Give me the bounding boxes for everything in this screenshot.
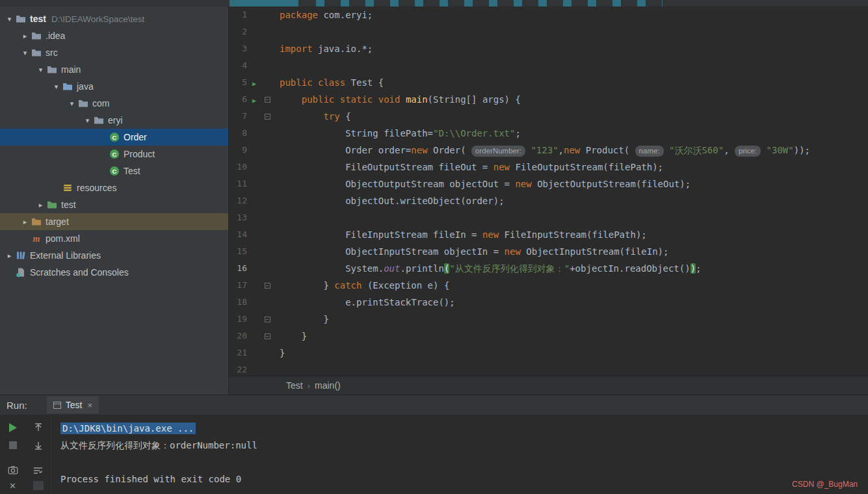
tree-item-scratches-and-consoles[interactable]: Scratches and Consoles [0,264,228,281]
chevron-down-icon[interactable]: ▾ [35,66,46,74]
code-text: public static void main(String[] args) { [280,91,521,108]
tree-item-src[interactable]: ▾src [0,44,228,61]
line-number: 13 [229,209,247,226]
code-line[interactable]: 13 [229,209,868,226]
partial-button[interactable] [25,478,51,494]
chevron-right-icon[interactable]: ▸ [35,201,46,209]
run-line-icon[interactable]: ▶ [252,80,256,87]
editor-gutter: 19 [229,311,280,328]
code-line[interactable]: 11 ObjectOutputStream objectOut = new Ob… [229,176,868,192]
tree-item--idea[interactable]: ▸.idea [0,27,228,44]
stop-button[interactable] [0,438,25,454]
close-icon[interactable]: ✕ [0,478,25,494]
code-line[interactable]: 12 objectOut.writeObject(order); [229,192,868,209]
line-number: 11 [229,176,247,192]
tree-item-order[interactable]: COrder [0,129,228,146]
run-tab-test[interactable]: Test × [47,396,99,413]
tree-item-external-libraries[interactable]: ▸External Libraries [0,247,228,264]
chevron-right-icon[interactable]: ▸ [20,218,31,226]
code-line[interactable]: 22 [229,361,868,376]
soft-wrap-button[interactable] [25,463,51,478]
gutter-run-column [247,361,261,376]
breadcrumb-item[interactable]: Test [283,380,306,391]
code-line[interactable]: 20 } [229,328,868,344]
svg-text:C: C [112,151,117,158]
tree-item-pom-xml[interactable]: mpom.xml [0,230,228,247]
code-line[interactable]: 8 String filePath="D:\\Order.txt"; [229,125,868,142]
tree-item-com[interactable]: ▾com [0,95,228,112]
code-line[interactable]: 4 [229,57,868,74]
tree-item-main[interactable]: ▾main [0,61,228,78]
editor-gutter: 9 [229,142,280,159]
code-text: e.printStackTrace(); [280,294,455,311]
scroll-to-top-button[interactable] [25,420,51,436]
code-text: } [280,311,329,328]
gutter-fold-column [261,192,273,209]
close-icon[interactable]: × [87,400,92,410]
chevron-right-icon[interactable]: ▸ [4,252,15,260]
gutter-run-column [247,209,261,226]
breadcrumb-bar: Test›main() [229,376,868,395]
top-toolbar-strip [0,0,868,6]
tree-item-product[interactable]: CProduct [0,146,228,162]
tree-item-test[interactable]: ▾testD:\IDEAWorkSpace\test [0,10,228,27]
code-line[interactable]: 21} [229,344,868,361]
code-line[interactable]: 14 FileInputStream fileIn = new FileInpu… [229,226,868,243]
code-line[interactable]: 17 } catch (Exception e) { [229,277,868,294]
chevron-right-icon[interactable]: ▸ [20,32,31,40]
code-line[interactable]: 16 System.out.println("从文件反序列化得到对象："+obj… [229,260,868,277]
code-line[interactable]: 15 ObjectInputStream objectIn = new Obje… [229,243,868,260]
tree-item-resources[interactable]: resources [0,179,228,196]
console-line [60,454,868,471]
code-text: } catch (Exception e) { [280,277,449,294]
run-line-icon[interactable]: ▶ [252,97,256,104]
rerun-button[interactable] [0,420,25,436]
scroll-to-end-button[interactable] [25,438,51,454]
fold-marker-icon[interactable] [265,317,270,322]
chevron-down-icon[interactable]: ▾ [66,99,77,108]
code-line[interactable]: 1package com.eryi; [229,6,868,23]
code-line[interactable]: 18 e.printStackTrace(); [229,294,868,311]
fold-marker-icon[interactable] [265,97,270,103]
run-panel-header: Run: Test × [0,395,868,415]
code-line[interactable]: 19 } [229,311,868,328]
breadcrumb-item[interactable]: main() [312,380,343,391]
code-text: public class Test { [280,74,384,91]
tree-item-label: main [61,64,81,75]
fold-marker-icon[interactable] [265,114,270,120]
gutter-fold-column [261,74,273,91]
camera-icon[interactable] [0,463,25,478]
code-line[interactable]: 10 FileOutputStream fileOut = new FileOu… [229,159,868,176]
editor-gutter: 10 [229,159,280,176]
code-line[interactable]: 9 Order order=new Order( orderNumber: "1… [229,142,868,159]
fold-marker-icon[interactable] [265,283,270,289]
gutter-fold-column [261,361,273,376]
libraries-icon [16,250,26,261]
code-text: package com.eryi; [280,6,373,23]
chevron-down-icon[interactable]: ▾ [4,15,15,23]
code-line[interactable]: 2 [229,23,868,40]
tree-item-java[interactable]: ▾java [0,78,228,95]
editor-gutter: 7 [229,108,280,125]
code-line[interactable]: 3import java.io.*; [229,40,868,57]
code-line[interactable]: 6▶ public static void main(String[] args… [229,91,868,108]
tree-item-target[interactable]: ▸target [0,213,228,230]
code-line[interactable]: 5▶public class Test { [229,74,868,91]
code-editor[interactable]: 1package com.eryi;23import java.io.*;45▶… [229,6,868,376]
active-editor-tab-sliver[interactable] [230,0,298,6]
code-line[interactable]: 7 try { [229,108,868,125]
toolbar-icons-sliver[interactable] [316,0,663,6]
tree-item-test[interactable]: CTest [0,162,228,179]
tree-item-label: eryi [108,115,123,125]
code-text: Order order=new Order( orderNumber: "123… [280,142,810,159]
folder-icon [16,14,26,24]
run-console-output[interactable]: D:\JDK8\bin\java.exe ...从文件反序列化得到对象：orde… [51,415,868,493]
chevron-down-icon[interactable]: ▾ [51,83,62,91]
code-text: } [280,344,285,361]
tree-item-test[interactable]: ▸test [0,196,228,213]
fold-marker-icon[interactable] [265,333,270,339]
chevron-down-icon[interactable]: ▾ [82,116,93,125]
tree-item-eryi[interactable]: ▾eryi [0,112,228,129]
gutter-fold-column [261,209,273,226]
chevron-down-icon[interactable]: ▾ [20,49,31,57]
